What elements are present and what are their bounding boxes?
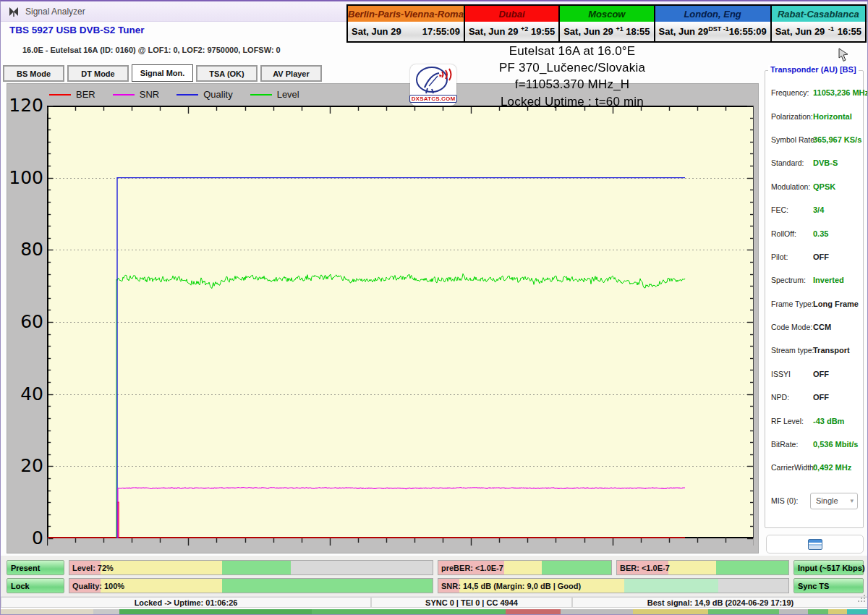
tab-av-player[interactable]: AV Player (260, 65, 322, 82)
y-tick-label-80: 80 (7, 240, 43, 259)
transponder-row: Code Mode:CCM (765, 315, 863, 339)
bar-label: Level: 72% (72, 561, 114, 574)
log-panel-button[interactable] (766, 535, 864, 554)
status-quality: Quality: 100% (69, 578, 433, 593)
app-icon (8, 6, 20, 17)
mis-label: MIS (0): (771, 496, 798, 505)
statusbar: Locked -> Uptime: 01:06:26 SYNC 0 | TEI … (1, 596, 868, 608)
field-value: OFF (813, 370, 829, 378)
statusbar-uptime: Locked -> Uptime: 01:06:26 (1, 597, 371, 608)
field-value: 3/4 (813, 205, 824, 214)
transponder-row: Stream type:Transport (765, 339, 863, 362)
transponder-row: RF Level:-43 dBm (765, 409, 863, 432)
strip-segment (633, 609, 708, 615)
field-label: Frequency: (771, 88, 809, 97)
bar-zone (716, 561, 788, 574)
clock-column-2: MoscowSat, Jun 29 +1 18:55 (560, 6, 655, 41)
field-label: Stream type: (771, 346, 814, 355)
field-label: Standard: (771, 158, 804, 167)
field-value: 365,967 KS/s (813, 135, 861, 144)
resize-grip[interactable] (857, 594, 866, 603)
clock-time: 17:55:09 (422, 26, 460, 37)
statusbar-sync: SYNC 0 | TEI 0 | CC 4944 (371, 597, 572, 608)
signal-analyzer-window: Signal Analyzer Berlin-Paris-Vienna-Roma… (0, 0, 868, 615)
field-value: 0,536 Mbit/s (813, 440, 858, 449)
clock-column-3: London, EngSat, Jun 29 DST -1 16:55:09 (655, 6, 772, 41)
field-label: ISSYI (771, 370, 791, 378)
transponder-row: ISSYIOFF (765, 362, 863, 386)
status-lock: Lock (7, 578, 64, 593)
status-present: Present (7, 560, 64, 575)
transponder-row: FEC:3/4 (765, 198, 863, 221)
world-clock-table: Berlin-Paris-Vienna-RomaSat, Jun 29 17:5… (346, 4, 867, 43)
field-value: OFF (813, 253, 829, 261)
field-value: Long Frame (813, 300, 859, 308)
panel-icon (808, 539, 822, 550)
tuner-details: 16.0E - Eutelsat 16A (ID: 0160) @ LOF1: … (22, 46, 281, 54)
transponder-panel: Transponder (AU) [BS] Frequency:11053,23… (765, 70, 864, 528)
chart-legend: BERSNRQualityLevel (49, 89, 299, 100)
strip-segment (708, 609, 779, 615)
mode-tabs: BS ModeDT ModeSignal Mon.TSA (OK)AV Play… (3, 65, 322, 82)
clock-city: Dubai (465, 6, 558, 22)
clock-utc-offset: +1 (613, 25, 626, 33)
legend-swatch (250, 94, 272, 96)
clock-date: Sat, Jun 29 (563, 26, 613, 37)
legend-label: Quality (203, 89, 232, 100)
clock-date: Sat, Jun 29 (775, 26, 825, 37)
chevron-down-icon: ▾ (850, 497, 854, 504)
tuner-name: TBS 5927 USB DVB-S2 Tuner (9, 25, 145, 35)
status-input-~517-kbps: Input (~517 Kbps) (793, 560, 864, 575)
mis-dropdown[interactable]: Single ▾ (810, 493, 858, 509)
clock-utc-offset: +2 (519, 25, 531, 33)
bar-label: Quality: 100% (72, 579, 124, 593)
field-label: Symbol Rate: (771, 135, 817, 144)
field-value: Horizontal (813, 112, 852, 121)
info-site: PF 370_Lučenec/Slovakia (427, 59, 717, 76)
clock-time: 19:55 (531, 26, 555, 37)
info-satellite: Eutelsat 16A at 16.0°E (427, 43, 717, 59)
clock-time: 16:55 (838, 26, 861, 37)
transponder-row: Pilot:OFF (765, 245, 863, 268)
strip-segment (779, 609, 808, 615)
clock-column-1: DubaiSat, Jun 29 +2 19:55 (465, 6, 560, 41)
y-tick-label-100: 100 (7, 169, 43, 187)
status-preber: preBER: <1.0E-7 (438, 560, 612, 575)
strip-segment (312, 609, 506, 615)
field-value: QPSK (813, 182, 835, 191)
field-label: Code Mode: (771, 323, 812, 331)
strip-segment (119, 609, 312, 615)
info-uptime: Locked Uptime : t=60 min (427, 93, 717, 110)
dxsatcs-logo: DXSATCS.COM (410, 64, 456, 106)
tab-signal-mon[interactable]: Signal Mon. (132, 64, 193, 82)
field-value: 0.35 (813, 229, 828, 238)
status-sync-ts: Sync TS (793, 578, 864, 593)
legend-label: Level (277, 89, 299, 100)
clock-utc-offset: DST -1 (708, 25, 729, 33)
signal-chart-panel: BERSNRQualityLevel 020406080100120 (7, 83, 759, 554)
field-value: 11053,236 MHz (813, 88, 868, 97)
transponder-row: RollOff:0.35 (765, 221, 863, 245)
field-label: Spectrum: (771, 276, 806, 284)
bar-label: SNR: 14,5 dB (Margin: 9,0 dB | Good) (441, 579, 581, 593)
y-tick-label-120: 120 (7, 96, 43, 115)
y-tick-label-60: 60 (7, 313, 43, 331)
tab-dt-mode[interactable]: DT Mode (67, 65, 129, 82)
legend-swatch (49, 94, 71, 96)
field-value: DVB-S (813, 158, 838, 167)
tab-bs-mode[interactable]: BS Mode (3, 65, 64, 82)
y-tick-label-20: 20 (7, 457, 43, 475)
transponder-row: BitRate:0,536 Mbit/s (765, 433, 863, 456)
background-window-strip (1, 608, 868, 615)
tab-tsa-ok[interactable]: TSA (OK) (196, 65, 258, 82)
y-tick-label-40: 40 (7, 385, 43, 404)
clock-city: Berlin-Paris-Vienna-Roma (348, 6, 464, 22)
legend-label: SNR (140, 89, 159, 100)
field-value: Transport (813, 346, 850, 355)
clock-time: 16:55:09 (729, 26, 767, 37)
transponder-info-block: Eutelsat 16A at 16.0°E PF 370_Lučenec/Sl… (427, 43, 717, 110)
field-label: Modulation: (771, 182, 810, 191)
field-label: BitRate: (771, 440, 798, 449)
field-value: Inverted (813, 276, 844, 284)
field-label: NPD: (771, 393, 789, 402)
